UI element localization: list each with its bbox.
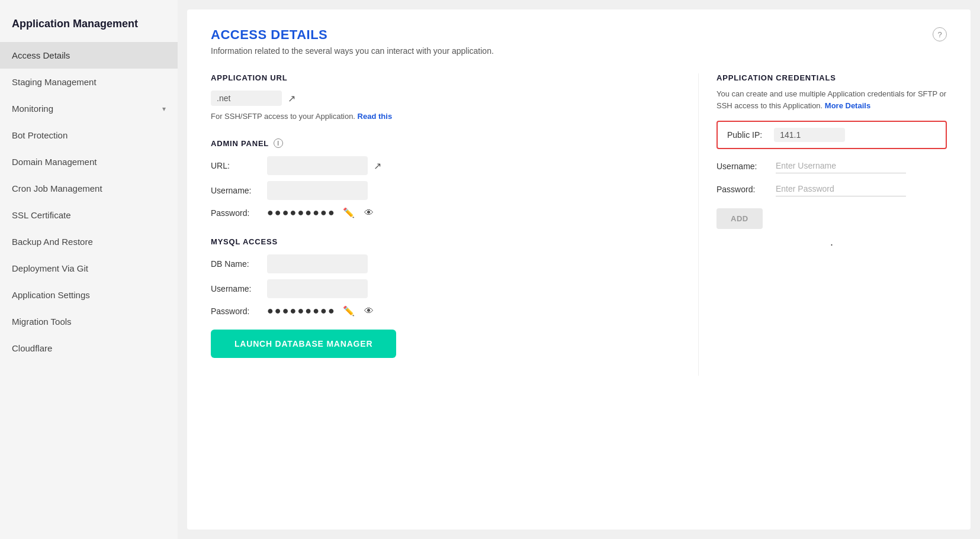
cred-username-label: Username: (716, 162, 770, 171)
right-col: APPLICATION CREDENTIALS You can create a… (698, 73, 947, 376)
mysql-dbname-label: DB Name: (211, 259, 261, 269)
sidebar-item-domain-management[interactable]: Domain Management (0, 149, 178, 175)
more-details-link[interactable]: More Details (825, 101, 870, 110)
ssh-hint: For SSH/SFTP access to your Application.… (211, 112, 674, 121)
application-url-title: APPLICATION URL (211, 73, 674, 82)
app-url-value: .net (211, 91, 282, 106)
chevron-down-icon: ▾ (162, 105, 166, 113)
sidebar-item-cloudflare[interactable]: Cloudflare (0, 335, 178, 362)
sidebar-item-label: Deployment Via Git (12, 263, 88, 273)
mysql-username-label: Username: (211, 284, 261, 293)
sidebar-item-label: Application Settings (12, 290, 90, 300)
page-header: ACCESS DETAILS Information related to th… (211, 27, 947, 56)
sidebar-item-ssl-certificate[interactable]: SSL Certificate (0, 202, 178, 228)
page-title: ACCESS DETAILS (211, 27, 494, 43)
sidebar-item-label: Backup And Restore (12, 237, 93, 247)
sidebar-item-staging-management[interactable]: Staging Management (0, 69, 178, 95)
admin-password-row-inner: ●●●●●●●●● ✏️ 👁 (267, 206, 376, 220)
admin-panel-info-icon[interactable]: i (274, 138, 283, 148)
cred-username-input[interactable] (776, 159, 906, 173)
credentials-desc: You can create and use multiple Applicat… (716, 88, 947, 111)
public-ip-value: 141.1 (774, 128, 845, 142)
mysql-password-show-icon[interactable]: 👁 (362, 305, 376, 318)
sidebar-item-label: Cloudflare (12, 343, 52, 353)
admin-url-label: URL: (211, 161, 261, 170)
mysql-password-dots: ●●●●●●●●● (267, 305, 336, 317)
admin-url-row: URL: ↗ (211, 156, 674, 175)
mysql-password-row-inner: ●●●●●●●●● ✏️ 👁 (267, 304, 376, 318)
mysql-password-label: Password: (211, 306, 261, 316)
launch-database-manager-button[interactable]: LAUNCH DATABASE MANAGER (211, 330, 396, 358)
add-credential-button[interactable]: ADD (716, 208, 763, 229)
sidebar-item-label: Migration Tools (12, 317, 72, 327)
page-header-text: ACCESS DETAILS Information related to th… (211, 27, 494, 56)
credentials-title: APPLICATION CREDENTIALS (716, 73, 947, 82)
sidebar-item-label: Monitoring (12, 104, 53, 114)
admin-password-row: Password: ●●●●●●●●● ✏️ 👁 (211, 206, 674, 220)
sidebar-item-application-settings[interactable]: Application Settings (0, 282, 178, 308)
left-col: APPLICATION URL .net ↗ For SSH/SFTP acce… (211, 73, 674, 376)
sidebar-item-label: Cron Job Management (12, 183, 102, 193)
cred-password-row: Password: (716, 182, 947, 196)
admin-panel-title: ADMIN PANEL i (211, 138, 674, 148)
public-ip-box: Public IP: 141.1 (716, 121, 947, 149)
sidebar-title: Application Management (0, 12, 178, 42)
mysql-password-row: Password: ●●●●●●●●● ✏️ 👁 (211, 304, 674, 318)
application-url-section: APPLICATION URL .net ↗ For SSH/SFTP acce… (211, 73, 674, 121)
url-row: .net ↗ (211, 91, 674, 106)
sidebar-item-label: Domain Management (12, 157, 97, 167)
cred-password-label: Password: (716, 185, 770, 194)
sidebar-item-monitoring[interactable]: Monitoring▾ (0, 95, 178, 122)
admin-password-label: Password: (211, 208, 261, 218)
mysql-dbname-row: DB Name: (211, 254, 674, 273)
sidebar: Application Management Access DetailsSta… (0, 0, 178, 539)
sidebar-item-migration-tools[interactable]: Migration Tools (0, 308, 178, 335)
admin-password-edit-icon[interactable]: ✏️ (340, 206, 357, 220)
ext-link-icon[interactable]: ↗ (288, 93, 295, 104)
content-grid: APPLICATION URL .net ↗ For SSH/SFTP acce… (211, 73, 947, 376)
cred-password-input[interactable] (776, 182, 906, 196)
sidebar-item-bot-protection[interactable]: Bot Protection (0, 122, 178, 149)
admin-url-value (267, 156, 368, 175)
sidebar-item-access-details[interactable]: Access Details (0, 42, 178, 69)
admin-username-label: Username: (211, 186, 261, 195)
admin-password-dots: ●●●●●●●●● (267, 206, 336, 219)
page-subtitle: Information related to the several ways … (211, 46, 494, 56)
sidebar-item-deployment-via-git[interactable]: Deployment Via Git (0, 255, 178, 282)
sidebar-item-label: SSL Certificate (12, 210, 71, 220)
dot-indicator: · (716, 238, 947, 251)
mysql-username-value (267, 279, 368, 298)
cred-username-row: Username: (716, 159, 947, 173)
admin-url-ext-link-icon[interactable]: ↗ (374, 160, 381, 172)
mysql-section: MYSQL ACCESS DB Name: Username: Password… (211, 237, 674, 358)
sidebar-item-label: Access Details (12, 50, 70, 60)
mysql-title: MYSQL ACCESS (211, 237, 674, 246)
mysql-dbname-value (267, 254, 368, 273)
sidebar-item-label: Bot Protection (12, 130, 68, 140)
public-ip-label: Public IP: (727, 130, 762, 140)
sidebar-item-cron-job-management[interactable]: Cron Job Management (0, 175, 178, 202)
admin-username-value (267, 181, 368, 200)
read-this-link[interactable]: Read this (358, 112, 393, 121)
sidebar-item-backup-and-restore[interactable]: Backup And Restore (0, 228, 178, 255)
help-icon[interactable]: ? (933, 27, 947, 41)
main-content: ACCESS DETAILS Information related to th… (187, 9, 971, 530)
admin-panel-section: ADMIN PANEL i URL: ↗ Username: Password:… (211, 138, 674, 220)
admin-password-show-icon[interactable]: 👁 (362, 206, 376, 220)
sidebar-item-label: Staging Management (12, 77, 97, 87)
mysql-username-row: Username: (211, 279, 674, 298)
mysql-password-edit-icon[interactable]: ✏️ (340, 304, 357, 318)
admin-username-row: Username: (211, 181, 674, 200)
